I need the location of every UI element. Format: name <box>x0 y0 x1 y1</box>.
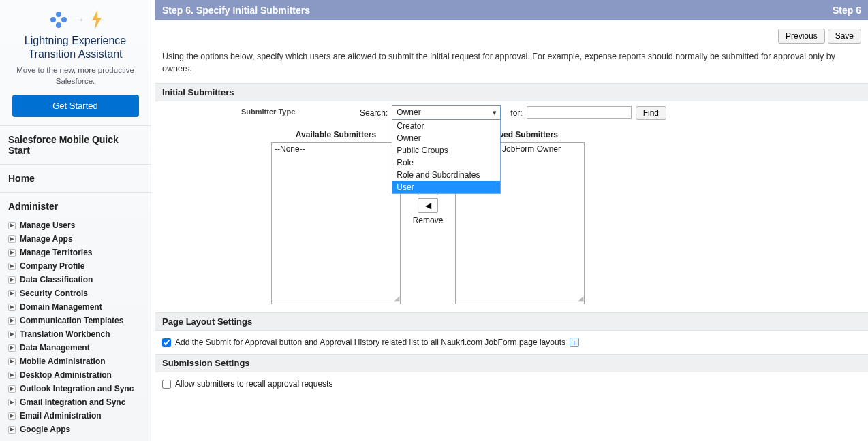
available-listbox[interactable]: --None-- ◢ <box>271 142 401 304</box>
svg-point-2 <box>50 17 56 22</box>
sidebar-admin: Administer ▶Manage Users▶Manage Apps▶Man… <box>0 193 151 441</box>
sidebar-item-data-management[interactable]: ▶Data Management <box>8 341 142 355</box>
promo-subtitle: Move to the new, more productive Salesfo… <box>7 65 144 86</box>
sidebar-item-gmail-integration-and-sync[interactable]: ▶Gmail Integration and Sync <box>8 395 142 409</box>
search-select-value[interactable]: Owner <box>392 105 501 120</box>
expand-icon: ▶ <box>8 399 16 406</box>
sidebar-home[interactable]: Home <box>0 165 151 193</box>
sidebar-item-label: Security Controls <box>20 289 88 298</box>
step-indicator: Step 6 <box>833 5 861 16</box>
sidebar-item-label: Gmail Integration and Sync <box>20 397 125 407</box>
promo-icons: → <box>7 10 144 30</box>
find-button[interactable]: Find <box>636 106 666 120</box>
get-started-button[interactable]: Get Started <box>12 95 139 117</box>
dropdown-option-user[interactable]: User <box>392 181 500 193</box>
expand-icon: ▶ <box>8 276 16 284</box>
submission-checkbox[interactable] <box>162 380 171 389</box>
save-button[interactable]: Save <box>828 29 861 44</box>
dropdown-option-public-groups[interactable]: Public Groups <box>392 144 500 157</box>
expand-icon: ▶ <box>8 317 16 325</box>
sidebar-item-outlook-integration-and-sync[interactable]: ▶Outlook Integration and Sync <box>8 382 142 395</box>
page-layout-checkbox-label[interactable]: Add the Submit for Approval button and A… <box>175 338 565 347</box>
description-text: Using the options below, specify which u… <box>151 46 868 83</box>
sidebar-item-domain-management[interactable]: ▶Domain Management <box>8 300 142 314</box>
sidebar-item-security-controls[interactable]: ▶Security Controls <box>8 287 142 300</box>
resize-icon: ◢ <box>578 294 583 303</box>
promo-title: Lightning Experience Transition Assistan… <box>7 34 144 61</box>
lightning-icon <box>91 10 103 29</box>
sidebar-item-label: Desktop Administration <box>20 370 112 380</box>
available-none: --None-- <box>275 144 305 154</box>
expand-icon: ▶ <box>8 412 16 420</box>
svg-point-3 <box>61 17 67 22</box>
expand-icon: ▶ <box>8 372 16 379</box>
promo-panel: → Lightning Experience Transition Assist… <box>0 10 151 126</box>
page-layout-checkbox[interactable] <box>162 338 171 347</box>
flower-icon <box>48 10 69 30</box>
section-page-layout: Page Layout Settings <box>155 312 868 331</box>
search-dropdown[interactable]: CreatorOwnerPublic GroupsRoleRole and Su… <box>392 120 501 194</box>
sidebar-item-label: Company Profile <box>20 261 84 271</box>
sidebar-item-communication-templates[interactable]: ▶Communication Templates <box>8 314 142 327</box>
available-column: Available Submitters --None-- ◢ <box>271 130 401 304</box>
expand-icon: ▶ <box>8 331 16 338</box>
arrow-left-icon: ◀ <box>425 201 431 210</box>
sidebar-item-manage-users[interactable]: ▶Manage Users <box>8 218 142 232</box>
section-initial-submitters: Initial Submitters <box>155 83 868 101</box>
expand-icon: ▶ <box>8 385 16 393</box>
sidebar-item-label: Google Apps <box>20 425 70 434</box>
page-layout-body: Add the Submit for Approval button and A… <box>151 331 868 354</box>
sidebar-item-label: Email Administration <box>20 411 102 421</box>
remove-button[interactable]: ◀ <box>418 198 438 213</box>
sidebar-item-label: Outlook Integration and Sync <box>20 384 134 393</box>
submission-checkbox-label[interactable]: Allow submitters to recall approval requ… <box>175 379 332 389</box>
sidebar-item-label: Domain Management <box>20 302 102 312</box>
submitter-type-label: Submitter Type <box>241 108 295 116</box>
sidebar-item-label: Manage Territories <box>20 248 92 257</box>
sidebar-item-label: Manage Apps <box>20 234 73 244</box>
sidebar-item-label: Communication Templates <box>20 316 123 325</box>
svg-point-4 <box>57 18 59 21</box>
for-label: for: <box>510 108 522 118</box>
main-content: Step 6. Specify Initial Submitters Step … <box>151 0 868 441</box>
dropdown-option-role-and-subordinates[interactable]: Role and Subordinates <box>392 169 500 181</box>
resize-icon: ◢ <box>394 294 399 303</box>
svg-point-0 <box>56 12 61 17</box>
sidebar-item-company-profile[interactable]: ▶Company Profile <box>8 259 142 273</box>
sidebar-item-google-apps[interactable]: ▶Google Apps <box>8 423 142 436</box>
expand-icon: ▶ <box>8 235 16 243</box>
sidebar: → Lightning Experience Transition Assist… <box>0 0 151 441</box>
for-input[interactable] <box>527 106 632 119</box>
search-row: Search: Owner CreatorOwnerPublic GroupsR… <box>360 105 666 120</box>
sidebar-item-label: Mobile Administration <box>20 357 106 366</box>
sidebar-item-desktop-administration[interactable]: ▶Desktop Administration <box>8 368 142 382</box>
section-submission: Submission Settings <box>155 354 868 372</box>
available-heading: Available Submitters <box>271 130 401 140</box>
sidebar-item-data-classification[interactable]: ▶Data Classification <box>8 273 142 287</box>
sidebar-item-manage-apps[interactable]: ▶Manage Apps <box>8 232 142 246</box>
sidebar-item-label: Manage Users <box>20 220 75 230</box>
svg-point-1 <box>56 22 61 28</box>
search-select[interactable]: Owner CreatorOwnerPublic GroupsRoleRole … <box>392 105 501 120</box>
expand-icon: ▶ <box>8 344 16 352</box>
info-icon[interactable]: i <box>570 338 579 347</box>
submission-body: Allow submitters to recall approval requ… <box>151 372 868 402</box>
dropdown-option-creator[interactable]: Creator <box>392 120 500 132</box>
dropdown-option-owner[interactable]: Owner <box>392 132 500 144</box>
remove-label: Remove <box>413 216 444 225</box>
sidebar-quick-start[interactable]: Salesforce Mobile Quick Start <box>0 126 151 165</box>
previous-button[interactable]: Previous <box>778 29 825 44</box>
expand-icon: ▶ <box>8 263 16 270</box>
expand-icon: ▶ <box>8 304 16 311</box>
expand-icon: ▶ <box>8 358 16 365</box>
expand-icon: ▶ <box>8 426 16 434</box>
sidebar-item-email-administration[interactable]: ▶Email Administration <box>8 409 142 423</box>
step-bar: Step 6. Specify Initial Submitters Step … <box>155 0 868 20</box>
sidebar-item-translation-workbench[interactable]: ▶Translation Workbench <box>8 327 142 341</box>
sidebar-item-manage-territories[interactable]: ▶Manage Territories <box>8 246 142 259</box>
dropdown-option-role[interactable]: Role <box>392 157 500 169</box>
sidebar-item-mobile-administration[interactable]: ▶Mobile Administration <box>8 355 142 368</box>
initial-submitters-form: Submitter Type Search: Owner CreatorOwne… <box>155 101 868 312</box>
action-buttons: Previous Save <box>151 20 868 46</box>
admin-heading: Administer <box>8 201 142 212</box>
